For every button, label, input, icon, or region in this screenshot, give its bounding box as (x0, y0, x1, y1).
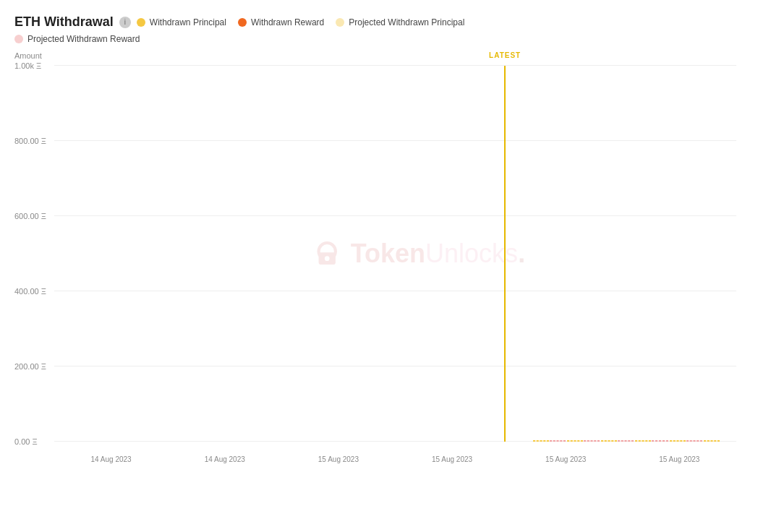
bar-segment-proj-15b (550, 440, 566, 442)
bar-18b (652, 440, 668, 442)
bar-19a (670, 440, 686, 442)
latest-label: LATEST (489, 51, 521, 59)
title-row: ETH Withdrawal i Withdrawn Principal Wit… (14, 14, 744, 30)
legend-dot-projected-reward (14, 35, 23, 43)
bar-15a (533, 440, 549, 442)
bar-segment-proj-19b (686, 440, 702, 442)
chart-inner: 1.00k Ξ 800.00 Ξ 600.00 Ξ 400.00 Ξ 200.0… (54, 66, 736, 442)
legend-row: Withdrawn Principal Withdrawn Reward Pro… (137, 17, 465, 27)
legend-withdrawn-reward: Withdrawn Reward (238, 17, 324, 27)
bar-group-20 (704, 440, 736, 442)
bar-segment-proj-18a (635, 440, 651, 442)
chart-area: Amount 1.00k Ξ 800.00 Ξ 600.00 Ξ 400.00 … (14, 51, 744, 471)
bar-segment-proj-16b (584, 440, 600, 442)
bar-15b (550, 440, 566, 442)
y-label-600: 600.00 Ξ (14, 212, 46, 220)
legend-withdrawn-principal: Withdrawn Principal (137, 17, 226, 27)
legend-row-2: Projected Withdrawn Reward (14, 34, 744, 44)
y-label-200: 200.00 Ξ (14, 362, 46, 371)
chart-container: ETH Withdrawal i Withdrawn Principal Wit… (0, 0, 758, 532)
bar-group-18 (635, 440, 668, 442)
bar-segment-proj-18b (652, 440, 668, 442)
bar-segment-proj-17a (601, 440, 617, 442)
bar-16b (584, 440, 600, 442)
y-label-800: 800.00 Ξ (14, 137, 46, 145)
chart-header: ETH Withdrawal i Withdrawn Principal Wit… (14, 14, 744, 44)
legend-projected-reward: Projected Withdrawn Reward (14, 34, 140, 44)
x-label-3: 15 Aug 2023 (318, 455, 359, 463)
x-label-1: 14 Aug 2023 (90, 455, 131, 463)
y-label-400: 400.00 Ξ (14, 287, 46, 296)
bars-area (54, 66, 736, 442)
y-label-0: 0.00 Ξ (14, 437, 38, 446)
bar-group-19 (670, 440, 702, 442)
bar-segment-proj-16a (567, 440, 583, 442)
bar-segment-proj-17b (618, 440, 634, 442)
x-label-4: 15 Aug 2023 (432, 455, 472, 463)
legend-dot-projected-principal (336, 18, 344, 27)
legend-dot-withdrawn-reward (238, 18, 247, 27)
chart-title: ETH Withdrawal (14, 14, 114, 30)
y-label-1k: 1.00k Ξ (14, 61, 41, 70)
bar-segment-proj-19a (670, 440, 686, 442)
legend-dot-withdrawn-principal (137, 18, 145, 27)
bar-group-16 (567, 440, 600, 442)
bar-17a (601, 440, 617, 442)
bar-19b (686, 440, 702, 442)
x-axis: 14 Aug 2023 14 Aug 2023 15 Aug 2023 15 A… (54, 455, 736, 463)
x-label-5: 15 Aug 2023 (545, 455, 586, 463)
bar-segment-proj-20a (704, 440, 720, 442)
bar-group-17 (601, 440, 634, 442)
info-icon[interactable]: i (119, 17, 131, 28)
bar-18a (635, 440, 651, 442)
bar-16a (567, 440, 583, 442)
legend-projected-principal: Projected Withdrawn Principal (336, 17, 464, 27)
bar-segment-proj-15a (533, 440, 549, 442)
x-label-2: 14 Aug 2023 (205, 455, 245, 463)
bar-group-15 (533, 440, 566, 442)
x-label-6: 15 Aug 2023 (659, 455, 699, 463)
bar-20a (704, 440, 720, 442)
latest-line: LATEST (504, 66, 506, 442)
y-axis-label: Amount (14, 51, 42, 60)
bar-17b (618, 440, 634, 442)
